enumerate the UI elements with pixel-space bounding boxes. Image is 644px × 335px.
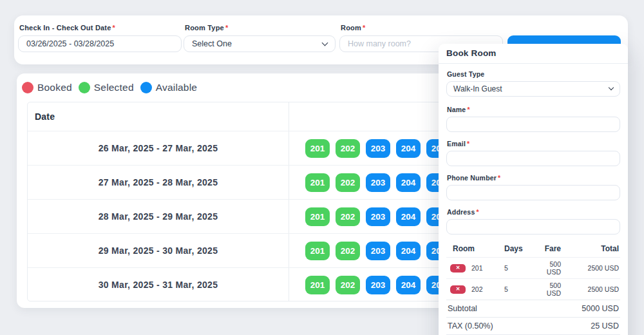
required-marker: * bbox=[363, 24, 365, 32]
summary-header-days: Days bbox=[504, 244, 536, 253]
subtotal-value: 5000 USD bbox=[582, 304, 619, 313]
summary-fare-cell: 500 USD bbox=[536, 260, 561, 276]
tax-label: TAX (0.50%) bbox=[448, 321, 493, 330]
room-button-202[interactable]: 202 bbox=[336, 139, 360, 158]
booking-summary: Room Days Fare Total ✕2015500 USD2500 US… bbox=[446, 242, 620, 335]
required-marker: * bbox=[467, 106, 469, 113]
room-button-202[interactable]: 202 bbox=[336, 242, 360, 260]
legend-item-selected: Selected bbox=[79, 82, 134, 93]
summary-header-room: Room bbox=[448, 244, 504, 253]
summary-header-row: Room Days Fare Total bbox=[446, 242, 620, 257]
address-input[interactable] bbox=[446, 219, 620, 235]
name-input[interactable] bbox=[446, 117, 620, 132]
date-range-cell: 29 Mar, 2025 - 30 Mar, 2025 bbox=[28, 234, 289, 267]
phone-input[interactable] bbox=[446, 185, 620, 200]
summary-days-cell: 5 bbox=[504, 285, 536, 293]
room-type-field-group: Room Type* Select One bbox=[184, 24, 336, 52]
guest-type-selected-value: Walk-In Guest bbox=[453, 84, 502, 93]
booked-dot-icon bbox=[22, 82, 33, 93]
date-range-cell: 28 Mar, 2025 - 29 Mar, 2025 bbox=[28, 200, 289, 233]
room-button-203[interactable]: 203 bbox=[366, 242, 390, 260]
room-button-201[interactable]: 201 bbox=[305, 242, 330, 260]
room-button-204[interactable]: 204 bbox=[396, 276, 421, 294]
remove-room-button[interactable]: ✕ bbox=[450, 285, 466, 294]
room-type-select[interactable]: Select One bbox=[184, 35, 336, 52]
summary-row: ✕2025500 USD2500 USD bbox=[446, 278, 620, 300]
address-field-group: Address* bbox=[446, 208, 620, 235]
summary-header-fare: Fare bbox=[536, 244, 561, 253]
checkin-checkout-input[interactable] bbox=[18, 35, 182, 52]
phone-label: Phone Number* bbox=[447, 174, 620, 182]
room-count-label: Room* bbox=[341, 24, 503, 32]
required-marker: * bbox=[113, 24, 115, 32]
subtotal-label: Subtotal bbox=[448, 304, 477, 313]
tax-row: TAX (0.50%) 25 USD bbox=[446, 317, 620, 334]
summary-row: ✕2015500 USD2500 USD bbox=[446, 257, 620, 278]
selected-dot-icon bbox=[79, 82, 90, 93]
room-button-201[interactable]: 201 bbox=[305, 276, 330, 294]
date-range-cell: 27 Mar, 2025 - 28 Mar, 2025 bbox=[28, 166, 289, 199]
address-label: Address* bbox=[447, 208, 620, 216]
phone-field-group: Phone Number* bbox=[446, 174, 620, 200]
room-button-203[interactable]: 203 bbox=[366, 173, 390, 192]
date-range-cell: 30 Mar, 2025 - 31 Mar, 2025 bbox=[28, 268, 289, 302]
date-column-header: Date bbox=[28, 102, 289, 131]
subtotal-row: Subtotal 5000 USD bbox=[446, 300, 620, 317]
summary-header-total: Total bbox=[561, 244, 619, 253]
book-room-panel: Book Room Guest Type Walk-In Guest Name*… bbox=[439, 44, 628, 335]
required-marker: * bbox=[467, 140, 469, 148]
required-marker: * bbox=[225, 24, 228, 32]
checkin-label: Check In - Check Out Date* bbox=[19, 24, 182, 32]
panel-body: Guest Type Walk-In Guest Name* Email* Ph… bbox=[439, 64, 628, 335]
room-button-204[interactable]: 204 bbox=[396, 139, 421, 158]
guest-type-label: Guest Type bbox=[447, 70, 620, 78]
chevron-down-icon bbox=[609, 85, 614, 90]
summary-rows: ✕2015500 USD2500 USD✕2025500 USD2500 USD bbox=[446, 257, 620, 300]
room-button-201[interactable]: 201 bbox=[305, 173, 330, 192]
summary-days-cell: 5 bbox=[504, 264, 536, 272]
legend-item-available: Available bbox=[140, 82, 197, 93]
room-type-label: Room Type* bbox=[185, 24, 336, 32]
room-button-202[interactable]: 202 bbox=[336, 173, 360, 192]
tax-value: 25 USD bbox=[591, 321, 619, 330]
required-marker: * bbox=[498, 174, 500, 182]
date-range-cell: 26 Mar, 2025 - 27 Mar, 2025 bbox=[28, 131, 289, 165]
room-button-204[interactable]: 204 bbox=[396, 207, 421, 226]
status-legend: BookedSelectedAvailable bbox=[22, 82, 197, 93]
email-label: Email* bbox=[447, 140, 620, 148]
summary-room-number: 202 bbox=[471, 285, 483, 293]
name-field-group: Name* bbox=[446, 106, 620, 132]
guest-type-select[interactable]: Walk-In Guest bbox=[446, 81, 620, 97]
summary-room-cell: ✕201 bbox=[448, 264, 504, 273]
panel-title: Book Room bbox=[439, 44, 628, 64]
room-button-203[interactable]: 203 bbox=[366, 207, 390, 226]
summary-total-cell: 2500 USD bbox=[561, 264, 619, 272]
summary-fare-cell: 500 USD bbox=[536, 282, 561, 297]
checkin-field-group: Check In - Check Out Date* bbox=[18, 24, 182, 52]
legend-label: Selected bbox=[94, 82, 134, 93]
required-marker: * bbox=[476, 208, 478, 216]
room-button-202[interactable]: 202 bbox=[336, 276, 360, 294]
room-button-202[interactable]: 202 bbox=[336, 207, 360, 226]
email-field-group: Email* bbox=[446, 140, 620, 166]
email-input[interactable] bbox=[446, 151, 620, 166]
name-label: Name* bbox=[447, 106, 620, 113]
page: Check In - Check Out Date* Room Type* Se… bbox=[0, 0, 644, 335]
room-button-203[interactable]: 203 bbox=[366, 276, 390, 294]
chevron-down-icon bbox=[322, 39, 328, 46]
summary-total-cell: 2500 USD bbox=[561, 285, 619, 293]
room-button-203[interactable]: 203 bbox=[366, 139, 390, 158]
legend-label: Booked bbox=[37, 82, 72, 93]
legend-label: Available bbox=[156, 82, 197, 93]
summary-room-number: 201 bbox=[471, 264, 483, 272]
room-type-selected-value: Select One bbox=[192, 39, 232, 48]
room-button-201[interactable]: 201 bbox=[305, 139, 330, 158]
available-dot-icon bbox=[140, 82, 152, 93]
room-button-204[interactable]: 204 bbox=[396, 173, 421, 192]
room-button-201[interactable]: 201 bbox=[305, 207, 330, 226]
remove-room-button[interactable]: ✕ bbox=[450, 264, 466, 273]
summary-room-cell: ✕202 bbox=[448, 285, 504, 294]
room-button-204[interactable]: 204 bbox=[396, 242, 421, 260]
guest-type-group: Guest Type Walk-In Guest bbox=[446, 70, 620, 97]
legend-item-booked: Booked bbox=[22, 82, 72, 93]
